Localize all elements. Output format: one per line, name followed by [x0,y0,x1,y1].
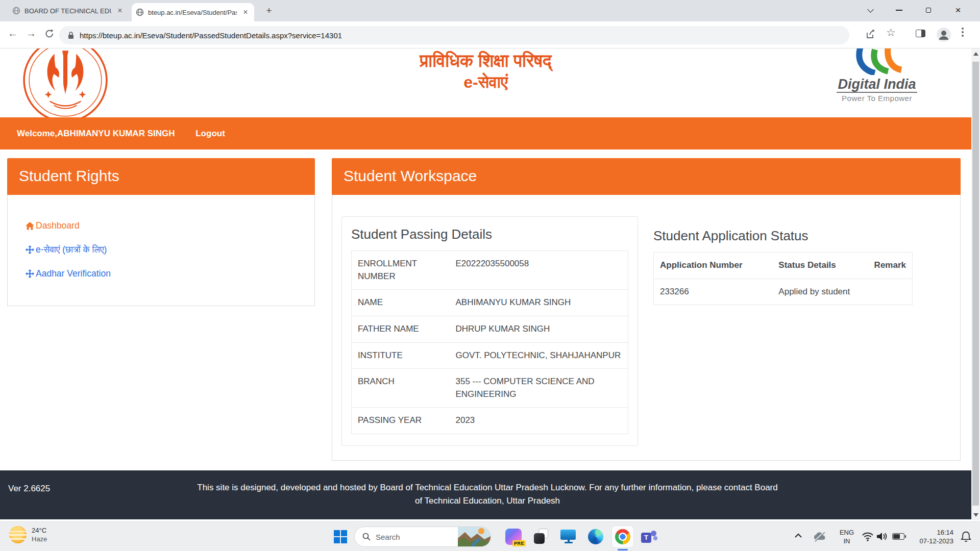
back-button[interactable]: ← [5,28,20,39]
row-value: ABHIMANYU KUMAR SINGH [450,290,628,316]
volume-icon[interactable] [876,532,888,541]
chrome-browser-icon [615,529,630,544]
vertical-scrollbar[interactable] [971,48,980,520]
student-passing-details-card: Student Passing Details ENROLLMENT NUMBE… [341,216,638,446]
student-rights-panel: Dashboard e-सेवाएं (छात्रों के लिए) Aadh… [7,195,315,306]
sidebar-item-aadhar-verification[interactable]: Aadhar Verification [26,268,314,279]
window-close-button[interactable]: × [946,0,970,20]
tray-chevron-up-icon[interactable] [794,533,802,538]
lock-icon [67,31,75,40]
language-line1: ENG [836,528,857,537]
copilot-pre-badge: PRE [512,540,526,546]
remark-cell [868,279,913,305]
site-subtitle-eseva: e-सेवाएं [0,72,971,92]
language-indicator[interactable]: ENG IN [836,528,857,545]
monitor-app-icon[interactable] [560,529,577,545]
sidebar-item-label: Dashboard [36,220,80,231]
tab-bteup-student-details[interactable]: bteup.ac.in/Eseva/Student/Passe × [132,3,254,21]
table-row: PASSING YEAR2023 [352,408,628,434]
taskbar-weather-widget[interactable]: 24°C Haze [9,526,47,543]
row-label: FATHER NAME [352,316,450,342]
globe-favicon-icon [136,8,144,16]
language-line2: IN [836,537,857,545]
digital-india-swoosh-icon [841,48,913,75]
sidebar-item-dashboard[interactable]: Dashboard [26,220,314,231]
new-tab-button[interactable]: + [262,4,276,17]
scroll-down-arrow-icon[interactable] [973,513,978,517]
edge-browser-icon[interactable] [588,529,603,544]
scroll-up-arrow-icon[interactable] [973,52,978,56]
table-row: NAMEABHIMANYU KUMAR SINGH [352,290,628,316]
search-placeholder: Search [376,533,458,541]
sidebar-item-eseva-students[interactable]: e-सेवाएं (छात्रों के लिए) [26,244,314,255]
forward-button[interactable]: → [23,28,39,39]
start-button[interactable] [334,530,347,543]
window-restore-button[interactable] [917,0,940,20]
tab-close-icon[interactable]: × [241,8,250,17]
passing-details-table: ENROLLMENT NUMBERE20222035500058 NAMEABH… [351,251,628,434]
version-text: Ver 2.6625 [8,484,50,494]
notification-bell-icon[interactable] [961,531,971,543]
bookmark-star-icon[interactable]: ☆ [886,27,896,39]
tab-search-chevron-icon[interactable] [859,0,882,20]
table-row: 233266 Applied by student [654,279,913,305]
taskbar-search-box[interactable]: Search [354,527,491,547]
welcome-bar: Welcome,ABHIMANYU KUMAR SINGH Logout [0,117,980,149]
tab-close-icon[interactable]: × [115,6,125,15]
row-label: BRANCH [352,369,450,408]
date-text: 07-12-2023 [910,537,953,545]
status-details-cell: Applied by student [772,279,868,305]
wifi-icon[interactable] [862,532,874,541]
row-value: GOVT. POLYTECHNIC, SHAHJAHANPUR [450,342,628,369]
sidebar-item-label: Aadhar Verification [36,268,111,279]
column-header: Application Number [654,253,773,279]
column-header: Status Details [772,253,868,279]
window-minimize-button[interactable] [887,0,911,20]
weather-condition: Haze [32,535,47,543]
table-row: INSTITUTEGOVT. POLYTECHNIC, SHAHJAHANPUR [352,342,628,369]
reload-button[interactable] [44,28,55,39]
row-label: ENROLLMENT NUMBER [352,251,450,290]
tab-board-of-technical-education[interactable]: BOARD OF TECHNICAL EDUCATI × [9,2,128,19]
footer-line-1: This site is designed, developed and hos… [168,481,806,494]
welcome-text: Welcome,ABHIMANYU KUMAR SINGH [17,129,175,138]
logout-link[interactable]: Logout [195,129,225,138]
move-icon [26,245,34,254]
table-header-row: Application Number Status Details Remark [654,253,913,279]
application-number-cell: 233266 [654,279,773,305]
site-header: प्राविधिक शिक्षा परिषद् e-सेवाएं Digital… [0,48,971,117]
digital-india-wordmark: Digital India [837,77,917,93]
digital-india-tagline: Power To Empower [834,94,920,103]
sidebar-item-label: e-सेवाएं (छात्रों के लिए) [36,244,107,255]
side-panel-icon[interactable] [916,30,925,37]
digital-india-logo: Digital India Power To Empower [834,48,920,103]
search-icon [362,533,371,541]
row-label: NAME [352,290,450,316]
onedrive-cloud-slash-icon[interactable] [813,531,826,542]
overlapping-squares-app-icon[interactable] [533,529,549,545]
profile-avatar[interactable] [936,27,951,42]
taskbar-clock[interactable]: 16:14 07-12-2023 [910,528,953,545]
browser-tab-bar: BOARD OF TECHNICAL EDUCATI × bteup.ac.in… [0,0,980,21]
tab-title: bteup.ac.in/Eseva/Student/Passe [148,9,237,16]
row-value: 355 --- COMPUTER SCIENCE AND ENGINEERING [450,369,628,408]
site-title-hindi: प्राविधिक शिक्षा परिषद् [0,49,971,72]
row-label: PASSING YEAR [352,408,450,434]
bing-daily-image[interactable] [458,527,491,546]
row-value: DHRUP KUMAR SINGH [450,316,628,342]
chrome-active-app-button[interactable] [611,525,634,548]
table-row: ENROLLMENT NUMBERE20222035500058 [352,251,628,290]
url-text: https://bteup.ac.in/Eseva/Student/Passed… [80,31,342,40]
address-bar[interactable]: https://bteup.ac.in/Eseva/Student/Passed… [59,26,849,44]
row-value: E20222035500058 [450,251,628,290]
teams-app-icon[interactable]: T [641,529,657,545]
browser-menu-kebab-icon[interactable] [962,28,964,37]
student-application-status-section: Student Application Status Application N… [653,228,913,305]
globe-favicon-icon [12,7,20,15]
site-footer: Ver 2.6625 This site is designed, develo… [0,470,980,519]
share-icon[interactable] [865,28,877,40]
battery-icon[interactable] [892,533,904,540]
browser-toolbar: ← → https://bteup.ac.in/Eseva/Student/Pa… [0,21,980,48]
application-status-table: Application Number Status Details Remark… [653,252,913,305]
scrollbar-thumb[interactable] [972,62,979,506]
